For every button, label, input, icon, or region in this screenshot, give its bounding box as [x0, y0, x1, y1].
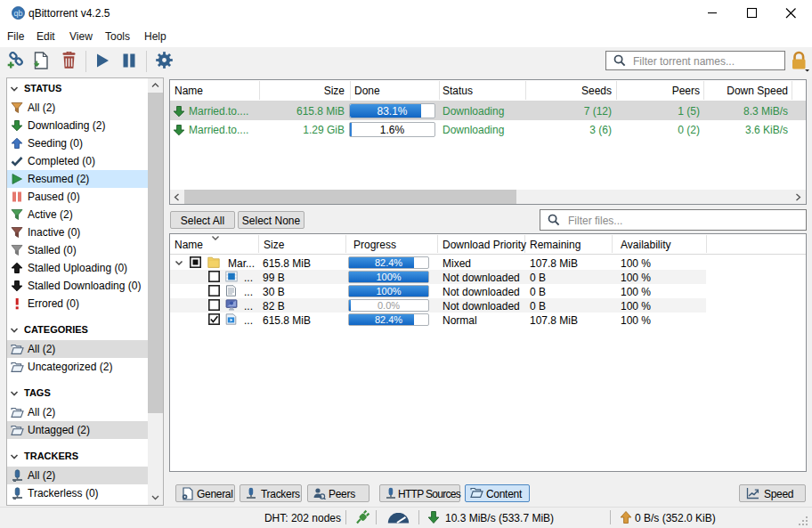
svg-text:qb: qb	[14, 9, 23, 18]
